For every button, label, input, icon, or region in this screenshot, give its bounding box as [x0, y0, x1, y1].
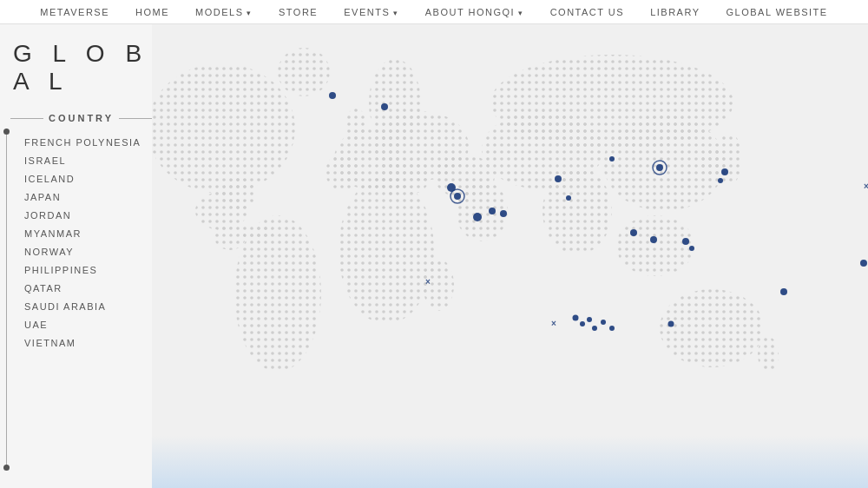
nav-item-global-website[interactable]: GLOBAL WEBSITE: [727, 7, 828, 17]
main-content: G L O B A L COUNTRY FRENCH POLYNESIAISRA…: [0, 24, 868, 488]
svg-point-24: [195, 192, 247, 230]
country-list: FRENCH POLYNESIAISRAELICELANDJAPANJORDAN…: [9, 137, 152, 348]
country-item-japan[interactable]: JAPAN: [24, 192, 152, 202]
country-item-israel[interactable]: ISRAEL: [24, 155, 152, 166]
svg-point-36: [489, 208, 496, 214]
nav-item-models[interactable]: MODELS: [195, 7, 253, 17]
country-header: COUNTRY: [9, 113, 152, 123]
svg-point-39: [650, 236, 657, 243]
nav-item-events[interactable]: EVENTS: [344, 7, 399, 17]
svg-point-54: [587, 317, 592, 322]
map-area: × × ×: [152, 24, 868, 488]
svg-point-33: [630, 229, 637, 236]
svg-text:×: ×: [425, 277, 431, 287]
navbar: METAVERSEHOMEMODELSSTOREEVENTSABOUT HONG…: [0, 0, 868, 24]
svg-point-32: [381, 103, 388, 110]
sidebar: G L O B A L COUNTRY FRENCH POLYNESIAISRA…: [0, 24, 152, 488]
country-item-iceland[interactable]: ICELAND: [24, 174, 152, 184]
country-item-qatar[interactable]: QATAR: [24, 283, 152, 293]
nav-item-library[interactable]: LIBRARY: [650, 7, 700, 17]
country-item-saudi-arabia[interactable]: SAUDI ARABIA: [24, 301, 152, 312]
svg-point-20: [758, 337, 779, 372]
svg-text:×: ×: [551, 319, 556, 328]
svg-point-55: [592, 326, 597, 331]
country-item-philippines[interactable]: PHILIPPINES: [24, 265, 152, 275]
country-item-norway[interactable]: NORWAY: [24, 247, 152, 257]
svg-point-43: [609, 156, 615, 162]
country-item-french-polynesia[interactable]: FRENCH POLYNESIA: [24, 137, 152, 148]
svg-point-37: [473, 213, 482, 221]
svg-point-11: [456, 181, 508, 241]
svg-point-25: [214, 224, 246, 250]
svg-point-18: [701, 148, 722, 179]
country-item-vietnam[interactable]: VIETNAM: [24, 338, 152, 348]
svg-point-45: [566, 195, 571, 201]
country-item-myanmar[interactable]: MYANMAR: [24, 228, 152, 239]
svg-text:×: ×: [864, 181, 868, 191]
svg-point-57: [609, 326, 615, 331]
svg-point-19: [660, 289, 764, 367]
svg-point-46: [860, 260, 867, 267]
svg-point-5: [345, 109, 366, 140]
sidebar-line: [6, 129, 7, 471]
svg-point-31: [454, 193, 461, 200]
world-map: × × ×: [152, 24, 868, 488]
nav-item-about-hongqi[interactable]: ABOUT HONGQI: [425, 7, 524, 17]
nav-item-contact-us[interactable]: CONTACT US: [550, 7, 625, 17]
svg-point-23: [278, 48, 330, 96]
country-label: COUNTRY: [49, 113, 114, 123]
svg-point-4: [326, 153, 360, 191]
svg-point-52: [573, 315, 579, 321]
svg-point-58: [668, 321, 674, 327]
svg-point-44: [555, 175, 562, 182]
country-item-jordan[interactable]: JORDAN: [24, 210, 152, 221]
svg-point-8: [339, 176, 434, 324]
svg-point-34: [682, 238, 689, 245]
svg-point-21: [152, 63, 295, 194]
svg-point-27: [239, 224, 273, 241]
svg-point-14: [542, 168, 612, 254]
svg-point-53: [580, 321, 585, 326]
svg-point-40: [329, 92, 336, 99]
svg-point-30: [718, 178, 723, 183]
svg-point-41: [780, 288, 787, 295]
page-title: G L O B A L: [9, 40, 152, 96]
country-item-uae[interactable]: UAE: [24, 320, 152, 330]
svg-point-16: [616, 215, 694, 276]
nav-item-metaverse[interactable]: METAVERSE: [40, 7, 109, 17]
svg-point-35: [689, 246, 694, 251]
header-line-right: [119, 118, 152, 119]
nav-item-store[interactable]: STORE: [279, 7, 318, 17]
nav-item-home[interactable]: HOME: [135, 7, 169, 17]
svg-point-29: [721, 168, 728, 175]
header-line-left: [10, 118, 43, 119]
svg-point-56: [601, 320, 606, 325]
svg-point-38: [500, 210, 507, 217]
svg-point-42: [656, 164, 663, 171]
